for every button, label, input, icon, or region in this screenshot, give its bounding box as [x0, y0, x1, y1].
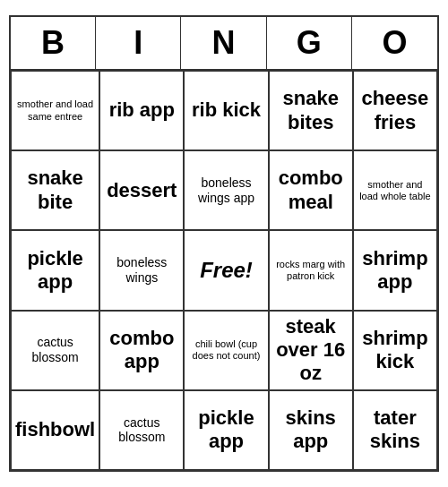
bingo-cell: combo app: [99, 311, 184, 390]
header-letter: G: [267, 17, 352, 69]
bingo-grid: smother and load same entreerib apprib k…: [11, 71, 437, 470]
bingo-cell: cactus blossom: [11, 311, 99, 390]
bingo-cell: chili bowl (cup does not count): [184, 311, 268, 390]
bingo-cell: shrimp kick: [353, 311, 437, 390]
bingo-cell: rib app: [99, 71, 184, 150]
bingo-cell: tater skins: [353, 390, 437, 470]
header-letter: B: [11, 17, 96, 69]
bingo-cell: pickle app: [184, 390, 268, 470]
bingo-card: BINGO smother and load same entreerib ap…: [9, 15, 439, 472]
bingo-cell: steak over 16 oz: [269, 311, 353, 390]
bingo-cell: cheese fries: [353, 71, 437, 150]
bingo-cell: shrimp app: [353, 230, 437, 310]
header-letter: O: [352, 17, 437, 69]
bingo-cell: snake bites: [269, 71, 353, 150]
bingo-cell: fishbowl: [11, 390, 99, 470]
bingo-cell: boneless wings app: [184, 150, 268, 230]
bingo-cell: rib kick: [184, 71, 268, 150]
bingo-cell: smother and load whole table: [353, 150, 437, 230]
bingo-cell: rocks marg with patron kick: [269, 230, 353, 310]
bingo-cell: pickle app: [11, 230, 99, 310]
bingo-cell: cactus blossom: [99, 390, 184, 470]
bingo-header: BINGO: [11, 17, 437, 71]
bingo-cell: boneless wings: [99, 230, 184, 310]
bingo-cell: combo meal: [269, 150, 353, 230]
bingo-cell: smother and load same entree: [11, 71, 99, 150]
header-letter: I: [96, 17, 181, 69]
bingo-cell: Free!: [184, 230, 268, 310]
bingo-cell: dessert: [99, 150, 184, 230]
bingo-cell: skins app: [269, 390, 353, 470]
header-letter: N: [181, 17, 266, 69]
bingo-cell: snake bite: [11, 150, 99, 230]
